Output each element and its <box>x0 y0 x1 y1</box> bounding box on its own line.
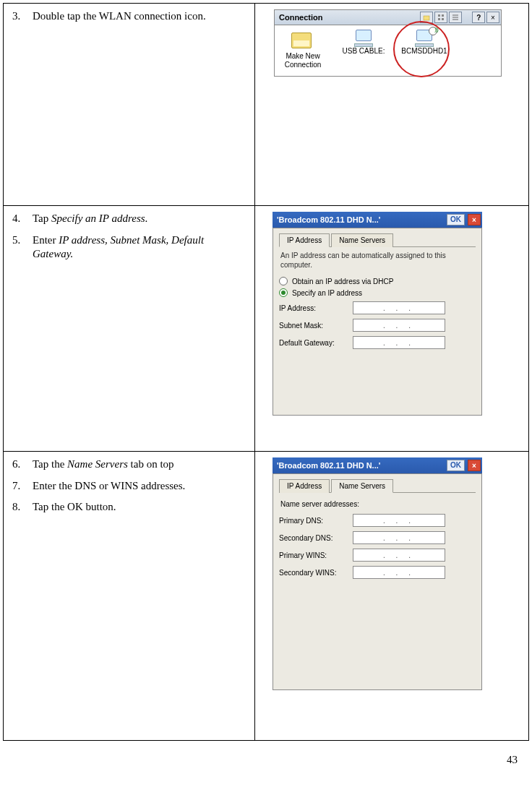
ip-dialog-titlebar: 'Broadcom 802.11 DHD N...' OK × <box>273 212 482 228</box>
step-8: 8. Tap the OK button. <box>28 500 247 515</box>
field-gw: Default Gateway: . . . <box>279 336 476 349</box>
input-mask[interactable]: . . . <box>353 319 445 332</box>
help-icon[interactable]: ? <box>472 12 485 23</box>
field-sdns: Secondary DNS: . . . <box>279 531 476 544</box>
step-5-num: 5. <box>12 233 20 248</box>
cell-step3-text: 3. Double tap the WLAN connection icon. <box>4 4 255 206</box>
step-6: 6. Tap the Name Servers tab on top <box>28 457 247 472</box>
conn-item-wlan[interactable]: BCMSDDHD1 <box>399 30 450 69</box>
radio-dhcp-label: Obtain an IP address via DHCP <box>292 278 393 285</box>
connection-window: Connection ? × <box>274 9 502 77</box>
field-swins: Secondary WINS: . . . <box>279 566 476 579</box>
cell-step45-text: 4. Tap Specify an IP address. 5. Enter I… <box>4 206 255 452</box>
ip-dialog-body: IP Address Name Servers An IP address ca… <box>273 228 482 416</box>
conn-item-usb[interactable]: USB CABLE: <box>338 30 389 69</box>
ns-dialog-tabs: IP Address Name Servers <box>279 478 476 493</box>
radio-dhcp[interactable] <box>279 277 288 285</box>
conn-item-makenew[interactable]: Make New Connection <box>278 30 328 69</box>
label-mask: Subnet Mask: <box>279 322 353 330</box>
step-3-text: Double tap the WLAN connection icon. <box>33 10 206 22</box>
steps-row3: 6. Tap the Name Servers tab on top 7. En… <box>8 457 247 515</box>
label-swins: Secondary WINS: <box>279 569 353 577</box>
step-7-text: Enter the DNS or WINS addresses. <box>33 480 185 491</box>
step-4-num: 4. <box>12 212 20 226</box>
input-gw[interactable]: . . . <box>353 336 445 349</box>
radio-specify-row[interactable]: Specify an IP address <box>279 288 476 297</box>
ns-close-button[interactable]: × <box>468 460 481 471</box>
page: 3. Double tap the WLAN connection icon. … <box>0 0 532 781</box>
ip-dialog-title: 'Broadcom 802.11 DHD N...' <box>277 215 444 224</box>
cell-step678-image: 'Broadcom 802.11 DHD N...' OK × IP Addre… <box>255 452 529 741</box>
label-sdns: Secondary DNS: <box>279 534 353 542</box>
cell-step3-image: Connection ? × <box>255 4 529 206</box>
ok-button[interactable]: OK <box>447 214 465 225</box>
wlan-icon <box>414 30 434 47</box>
step-7-num: 7. <box>12 479 20 494</box>
connection-titlebar: Connection ? × <box>274 9 502 25</box>
radio-specify[interactable] <box>279 288 288 297</box>
step-6-num: 6. <box>12 457 20 472</box>
titlebar-btn-list[interactable] <box>449 12 462 23</box>
step-5: 5. Enter IP address, Subnet Mask, Defaul… <box>28 233 247 262</box>
input-sdns[interactable]: . . . <box>353 531 445 544</box>
tab-name-servers-ns[interactable]: Name Servers <box>331 479 393 493</box>
titlebar-buttons: ? × <box>420 12 499 23</box>
conn-label-usb: USB CABLE: <box>338 47 389 56</box>
steps-row2: 4. Tap Specify an IP address. 5. Enter I… <box>8 212 247 262</box>
step-4: 4. Tap Specify an IP address. <box>28 212 247 226</box>
step-7: 7. Enter the DNS or WINS addresses. <box>28 479 247 494</box>
field-pwins: Primary WINS: . . . <box>279 549 476 562</box>
step-8-text: Tap the OK button. <box>33 501 116 512</box>
close-icon[interactable]: × <box>486 12 499 23</box>
label-pdns: Primary DNS: <box>279 517 353 525</box>
ns-heading: Name server addresses: <box>280 500 474 508</box>
steps-row1: 3. Double tap the WLAN connection icon. <box>8 9 247 24</box>
titlebar-btn-view[interactable] <box>434 12 447 23</box>
connection-title: Connection <box>279 13 420 22</box>
make-new-icon <box>291 30 314 50</box>
radio-dhcp-row[interactable]: Obtain an IP address via DHCP <box>279 277 476 285</box>
label-gw: Default Gateway: <box>279 339 353 347</box>
ns-ok-button[interactable]: OK <box>447 460 465 471</box>
tab-ip-address-ns[interactable]: IP Address <box>279 479 330 493</box>
step-5-text: Enter IP address, Subnet Mask, Default G… <box>33 234 204 260</box>
svg-rect-1 <box>438 14 440 17</box>
field-ip: IP Address: . . . <box>279 301 476 314</box>
titlebar-btn-folder[interactable] <box>420 12 433 23</box>
label-ip: IP Address: <box>279 304 353 312</box>
svg-rect-2 <box>442 14 444 17</box>
radio-specify-label: Specify an IP address <box>292 289 362 297</box>
input-pwins[interactable]: . . . <box>353 549 445 562</box>
ip-dialog: 'Broadcom 802.11 DHD N...' OK × IP Addre… <box>273 212 482 416</box>
usb-icon <box>353 30 374 47</box>
close-button[interactable]: × <box>468 214 481 225</box>
ns-dialog-title: 'Broadcom 802.11 DHD N...' <box>277 461 444 470</box>
instruction-table: 3. Double tap the WLAN connection icon. … <box>3 3 529 741</box>
ip-dialog-tabs: IP Address Name Servers <box>279 233 476 247</box>
tab-ip-address[interactable]: IP Address <box>279 233 330 247</box>
cell-step45-image: 'Broadcom 802.11 DHD N...' OK × IP Addre… <box>255 206 529 452</box>
conn-label-wlan: BCMSDDHD1 <box>399 47 450 56</box>
svg-rect-4 <box>442 18 444 20</box>
field-pdns: Primary DNS: . . . <box>279 514 476 527</box>
input-ip[interactable]: . . . <box>353 301 445 314</box>
ns-dialog: 'Broadcom 802.11 DHD N...' OK × IP Addre… <box>273 457 482 690</box>
input-swins[interactable]: . . . <box>353 566 445 579</box>
step-4-text: Tap Specify an IP address. <box>33 212 147 224</box>
ip-hint: An IP address can be automatically assig… <box>280 252 474 270</box>
svg-rect-3 <box>438 18 440 20</box>
cell-step678-text: 6. Tap the Name Servers tab on top 7. En… <box>4 452 255 741</box>
step-8-num: 8. <box>12 500 20 515</box>
ns-dialog-titlebar: 'Broadcom 802.11 DHD N...' OK × <box>273 457 482 473</box>
conn-label-makenew: Make New Connection <box>278 52 328 69</box>
step-3: 3. Double tap the WLAN connection icon. <box>28 9 247 24</box>
connection-body: Make New Connection USB CABLE: BCMSDDHD1 <box>274 25 502 77</box>
tab-name-servers[interactable]: Name Servers <box>331 233 393 247</box>
svg-rect-0 <box>424 16 429 20</box>
page-number: 43 <box>3 741 529 766</box>
label-pwins: Primary WINS: <box>279 551 353 559</box>
field-mask: Subnet Mask: . . . <box>279 319 476 332</box>
input-pdns[interactable]: . . . <box>353 514 445 527</box>
ns-dialog-body: IP Address Name Servers Name server addr… <box>273 473 482 690</box>
step-6-text: Tap the Name Servers tab on top <box>33 458 174 470</box>
